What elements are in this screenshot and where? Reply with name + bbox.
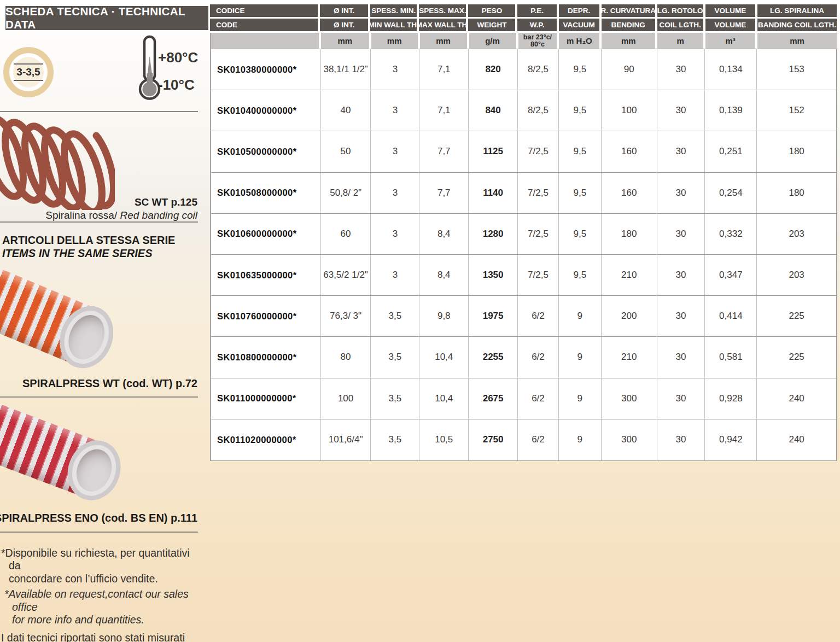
sidebar: 3-3,5 +80°C -10°C SC WT p.125 Spiralina … (0, 0, 209, 642)
table-cell: 8,4 (419, 214, 469, 255)
table-cell: 3,5 (371, 296, 419, 337)
table-cell: 30 (657, 378, 705, 419)
header-cell-it: R. CURVATURA (602, 4, 657, 19)
divider (0, 111, 198, 112)
hose-open-end (60, 433, 129, 508)
table-cell: 300 (602, 378, 657, 419)
divider (0, 221, 198, 223)
table-cell: 240 (757, 419, 836, 460)
coil-caption-it: Spiralina rossa/ (45, 209, 117, 221)
table-cell: 240 (757, 378, 836, 419)
header-cell-en: Ø INT. (320, 19, 370, 33)
table-cell: 0,139 (705, 90, 757, 131)
table-cell: 7,1 (419, 49, 469, 90)
header-cell-en: MAX WALL TH. (419, 19, 468, 33)
table-cell: 9,5 (559, 255, 602, 296)
header-cell-en: WEIGHT (468, 19, 517, 33)
unit-cell: mm (321, 33, 371, 49)
table-cell: 7,7 (419, 173, 469, 214)
cell-code: SK010635000000* (211, 255, 321, 296)
header-cell-it: P.E. (517, 4, 558, 19)
header-cell-en: VOLUME (705, 19, 757, 33)
footnote-availability-en: *Available on request,contact our sales … (1, 588, 194, 626)
table-cell: 820 (469, 49, 518, 90)
header-cell-it: SPESS. MIN. (370, 4, 419, 19)
table-cell: 160 (602, 173, 657, 214)
header-cell-en: W.P. (517, 19, 558, 33)
unit-cell: g/m (469, 33, 518, 49)
table-cell: 152 (757, 90, 836, 131)
footnote-availability-it: *Disponibile su richiesta, per quantitat… (1, 547, 194, 585)
table-cell: 0,414 (705, 296, 757, 337)
table-cell: 7/2,5 (518, 214, 559, 255)
spiralpress-wt-image (0, 260, 116, 372)
unit-cell: m H₂O (559, 33, 602, 49)
table-cell: 50,8/ 2” (321, 173, 371, 214)
temperature-max: +80°C (158, 49, 198, 66)
technical-data-table: CODICEØ INT.SPESS. MIN.SPESS. MAX.PESOP.… (210, 4, 837, 461)
table-cell: 2675 (469, 378, 518, 419)
header-cell-it: VOLUME (705, 4, 757, 19)
table-cell: 30 (657, 214, 705, 255)
table-cell: 9,8 (419, 296, 469, 337)
table-cell: 3 (371, 131, 419, 172)
table-cell: 200 (602, 296, 657, 337)
table-cell: 40 (321, 90, 371, 131)
table-cell: 3 (371, 214, 419, 255)
table-cell: 840 (469, 90, 518, 131)
divider (0, 532, 198, 533)
table-cell: 7/2,5 (518, 173, 559, 214)
table-cell: 100 (602, 90, 657, 131)
table-cell: 2255 (469, 337, 518, 378)
unit-cell: m (657, 33, 705, 49)
table-cell: 7/2,5 (518, 131, 559, 172)
header-cell-en: BENDING (602, 19, 657, 33)
unit-cell: bar 23°c/ 80°c (518, 33, 559, 49)
table-cell: 3,5 (371, 419, 419, 460)
table-cell: 7,1 (419, 90, 469, 131)
hose2-caption: SPIRALPRESS ENO (cod. BS EN) p.111 (0, 512, 197, 524)
table-cell: 30 (657, 255, 705, 296)
table-cell: 1350 (469, 255, 518, 296)
cell-code: SK010600000000* (211, 214, 321, 255)
series-title-it: ARTICOLI DELLA STESSA SERIE (2, 234, 175, 247)
cell-code: SK011000000000* (211, 378, 321, 419)
coil-caption-en: Red banding coil (117, 209, 197, 221)
table-units-row: mmmmmmg/mbar 23°c/ 80°cm H₂Ommmm³mm (211, 33, 837, 49)
table-cell: 10,4 (419, 378, 469, 419)
footnote-measure-it: I dati tecnici riportati sono stati misu… (1, 632, 194, 642)
table-cell: 30 (657, 173, 705, 214)
table-cell: 6/2 (518, 337, 559, 378)
table-cell: 76,3/ 3" (321, 296, 371, 337)
datasheet-page: SCHEDA TECNICA · TECHNICAL DATA 3-3,5 +8… (0, 0, 840, 642)
cell-code: SK010500000000* (211, 131, 321, 172)
table-cell: 180 (757, 173, 836, 214)
table-cell: 0,347 (705, 255, 757, 296)
table-cell: 153 (757, 49, 836, 90)
table-cell: 90 (602, 49, 657, 90)
unit-cell: m³ (705, 33, 757, 49)
table-cell: 180 (757, 131, 836, 172)
table-cell: 10,4 (419, 337, 469, 378)
table-cell: 3,5 (371, 337, 419, 378)
header-cell-it: LG. ROTOLO (657, 4, 705, 19)
header-cell-en: CODE (210, 19, 320, 33)
table-cell: 9 (559, 419, 602, 460)
table-cell: 6/2 (518, 419, 559, 460)
table-cell: 1125 (469, 131, 518, 172)
table-cell: 0,581 (705, 337, 757, 378)
table-cell: 180 (602, 214, 657, 255)
table-cell: 9,5 (559, 131, 602, 172)
red-banding-coil-image (0, 116, 115, 210)
header-cell-en: MIN WALL TH. (370, 19, 419, 33)
table-cell: 30 (657, 131, 705, 172)
table-cell: 60 (321, 214, 371, 255)
table-cell: 10,5 (419, 419, 469, 460)
table-cell: 210 (602, 255, 657, 296)
unit-cell: mm (602, 33, 657, 49)
table-cell: 0,332 (705, 214, 757, 255)
table-cell: 8,4 (419, 255, 469, 296)
table-cell: 6/2 (518, 296, 559, 337)
wall-thickness-ring-icon: 3-3,5 (3, 47, 54, 97)
table-cell: 100 (321, 378, 371, 419)
